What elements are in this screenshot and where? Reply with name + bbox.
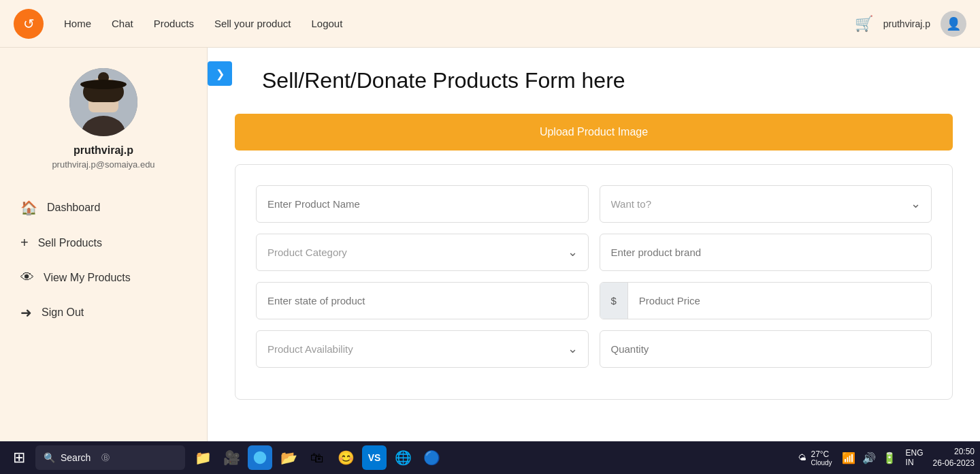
brand-input[interactable] [600, 234, 932, 271]
price-field: $ [600, 282, 932, 319]
sidebar-email: pruthviraj.p@somaiya.edu [52, 159, 154, 170]
sidebar-toggle-button[interactable]: ❯ [208, 61, 232, 86]
navbar-logo[interactable]: ↺ [14, 9, 44, 39]
nav-home[interactable]: Home [64, 18, 91, 29]
category-select[interactable]: Product Category [256, 234, 589, 271]
nav-products[interactable]: Products [154, 18, 194, 29]
taskbar-emoji[interactable]: 😊 [333, 445, 358, 470]
taskbar-apps: 📁 🎥 📂 🛍 😊 VS 🌐 🔵 [191, 445, 444, 470]
eye-icon: 👁 [20, 270, 34, 285]
product-form: Want to? Product Category [235, 164, 953, 400]
home-icon: 🏠 [20, 200, 37, 216]
quantity-input[interactable] [600, 330, 932, 368]
windows-icon: ⊞ [13, 449, 25, 467]
price-wrapper: $ [600, 282, 932, 319]
navbar: ↺ Home Chat Products Sell your product L… [0, 0, 980, 48]
taskbar-system-icons: 📶 🔊 🔋 [842, 452, 896, 464]
battery-icon: 🔋 [883, 452, 896, 464]
taskbar-other[interactable]: 🔵 [419, 445, 444, 470]
sidebar-item-sell-products[interactable]: + Sell Products [14, 225, 193, 260]
taskbar-video[interactable]: 🎥 [219, 445, 244, 470]
taskbar-date: 26-06-2023 [933, 458, 975, 469]
quantity-field [600, 330, 932, 368]
product-name-input[interactable] [256, 185, 589, 223]
form-row-3: $ [256, 282, 932, 319]
sidebar-dashboard-label: Dashboard [47, 202, 100, 214]
taskbar-chrome[interactable]: 🌐 [391, 445, 415, 470]
nav-logout[interactable]: Logout [311, 18, 342, 29]
signout-icon: ➜ [20, 304, 32, 321]
sidebar-item-view-products[interactable]: 👁 View My Products [14, 260, 193, 295]
availability-field: Product Availability [256, 330, 589, 368]
form-row-4: Product Availability [256, 330, 932, 368]
main-content: ❯ Sell/Rent/Donate Products Form here Up… [208, 48, 980, 474]
sidebar-nav: 🏠 Dashboard + Sell Products 👁 View My Pr… [14, 190, 193, 330]
svg-point-7 [80, 80, 127, 89]
weather-icon: 🌤 [798, 453, 806, 462]
volume-icon: 🔊 [862, 452, 876, 464]
page-title: Sell/Rent/Donate Products Form here [262, 68, 953, 93]
taskbar: ⊞ 🔍 Search Ⓑ 📁 🎥 📂 🛍 😊 VS 🌐 🔵 🌤 27°C Clo… [0, 441, 980, 474]
taskbar-store[interactable]: 🛍 [305, 445, 329, 470]
taskbar-search-label: Search [61, 452, 91, 463]
taskbar-edge[interactable] [248, 445, 272, 470]
plus-icon: + [20, 235, 29, 251]
sidebar-username: pruthviraj.p [74, 144, 133, 157]
navbar-username: pruthviraj.p [883, 18, 930, 29]
sidebar-sell-label: Sell Products [38, 237, 102, 249]
product-name-field [256, 185, 589, 223]
nav-sell[interactable]: Sell your product [214, 18, 291, 29]
weather-desc: Cloudy [811, 459, 832, 467]
taskbar-search[interactable]: 🔍 Search Ⓑ [35, 445, 185, 470]
sidebar-item-dashboard[interactable]: 🏠 Dashboard [14, 190, 193, 225]
navbar-right: 🛒 pruthviraj.p 👤 [855, 11, 966, 37]
main-layout: pruthviraj.p pruthviraj.p@somaiya.edu 🏠 … [0, 48, 980, 474]
sidebar: pruthviraj.p pruthviraj.p@somaiya.edu 🏠 … [0, 48, 208, 474]
sidebar-item-sign-out[interactable]: ➜ Sign Out [14, 295, 193, 330]
windows-start-button[interactable]: ⊞ [5, 444, 33, 471]
sidebar-signout-label: Sign Out [42, 306, 84, 319]
availability-select[interactable]: Product Availability [256, 330, 589, 368]
price-prefix: $ [600, 283, 628, 319]
category-field: Product Category [256, 234, 589, 271]
taskbar-file-explorer[interactable]: 📁 [191, 445, 215, 470]
taskbar-clock: 20:50 26-06-2023 [933, 446, 975, 469]
form-row-2: Product Category [256, 234, 932, 271]
upload-product-image-button[interactable]: Upload Product Image [235, 114, 953, 151]
taskbar-right: 🌤 27°C Cloudy 📶 🔊 🔋 ENG IN 20:50 26-06-2… [798, 446, 975, 469]
bing-icon: Ⓑ [101, 452, 110, 464]
taskbar-vscode[interactable]: VS [362, 445, 387, 470]
weather-temp: 27°C [811, 449, 832, 459]
sidebar-view-label: View My Products [44, 272, 131, 284]
navbar-links: Home Chat Products Sell your product Log… [64, 18, 855, 29]
taskbar-weather: 🌤 27°C Cloudy [798, 449, 832, 467]
navbar-avatar: 👤 [941, 11, 966, 37]
form-row-1: Want to? [256, 185, 932, 223]
price-input[interactable] [628, 283, 931, 319]
state-input[interactable] [256, 282, 589, 319]
brand-field [600, 234, 932, 271]
taskbar-lang: ENG IN [906, 448, 924, 467]
wifi-icon: 📶 [842, 452, 855, 464]
taskbar-search-icon: 🔍 [44, 452, 55, 463]
taskbar-folder[interactable]: 📂 [276, 445, 301, 470]
want-to-select[interactable]: Want to? [600, 185, 932, 223]
want-to-field: Want to? [600, 185, 932, 223]
taskbar-time: 20:50 [933, 446, 975, 458]
state-field [256, 282, 589, 319]
nav-chat[interactable]: Chat [112, 18, 133, 29]
sidebar-avatar [69, 68, 137, 136]
cart-icon[interactable]: 🛒 [855, 15, 873, 33]
